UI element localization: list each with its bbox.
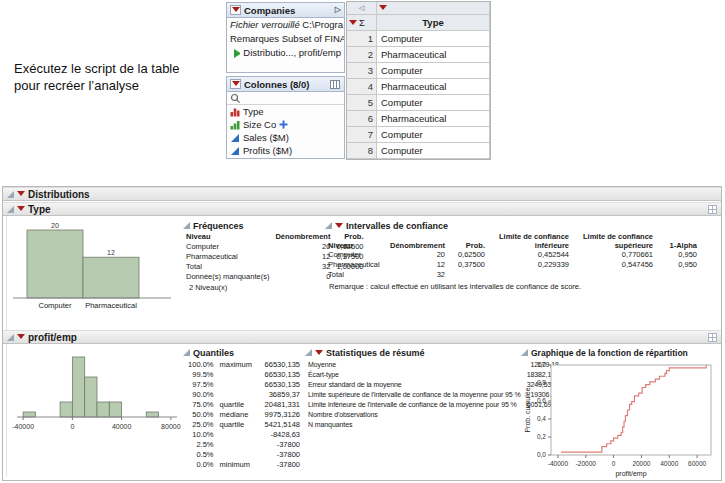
red-triangle-menu-icon[interactable] — [230, 79, 241, 89]
quantiles-title-row[interactable]: Quantiles — [183, 346, 303, 359]
red-triangle-glyph[interactable] — [379, 5, 387, 11]
histogram-bar[interactable] — [97, 402, 109, 417]
cdf-plot: 0,00,20,40,60,81,0-40000-200000200004000… — [521, 359, 719, 479]
table-cell: 0,37500 — [448, 260, 488, 270]
table-row[interactable]: 6Pharmaceutical — [347, 111, 490, 127]
cell-type[interactable]: Pharmaceutical — [377, 111, 490, 127]
row-number[interactable]: 7 — [347, 127, 377, 143]
histogram-bar[interactable] — [23, 412, 35, 417]
table-cell: médiane — [217, 410, 256, 420]
row-number[interactable]: 5 — [347, 95, 377, 111]
quantiles-title: Quantiles — [193, 348, 234, 358]
red-triangle-glyph[interactable] — [349, 20, 357, 26]
row-number[interactable]: 2 — [347, 47, 377, 63]
columns-panel-header[interactable]: Colonnes (8/0) — [227, 77, 344, 92]
column-list-item[interactable]: Sales ($M) — [227, 131, 344, 144]
cell-type[interactable]: Pharmaceutical — [377, 79, 490, 95]
locked-file-value: C:\Progra — [302, 19, 343, 30]
companies-panel-header[interactable]: Companies ▷ — [227, 3, 344, 18]
disclosure-icon[interactable] — [7, 334, 14, 341]
cell-type[interactable]: Computer — [377, 63, 490, 79]
table-cell: Écart-type — [305, 370, 524, 380]
distributions-title-band[interactable]: Distributions — [3, 187, 721, 201]
disclosure-icon[interactable] — [305, 349, 312, 356]
columns-view-icon[interactable] — [330, 80, 341, 89]
row-number[interactable]: 6 — [347, 111, 377, 127]
profit-section-band[interactable]: profit/emp — [3, 330, 721, 344]
search-icon[interactable] — [230, 93, 241, 104]
column-list-item[interactable]: Profits ($M) — [227, 144, 344, 157]
red-triangle-menu-icon[interactable] — [17, 206, 25, 212]
table-row: 75.0%quartile20481,331 — [183, 400, 303, 410]
disclosure-icon[interactable] — [7, 206, 14, 213]
table-cell: 66530,135 — [256, 380, 303, 390]
run-script-icon[interactable] — [234, 49, 240, 58]
table-row: Pharmaceutical120,375000,2293390,5474560… — [325, 260, 700, 270]
cdf-title-row[interactable]: Graphique de la fonction de répartition — [521, 346, 721, 359]
x-tick-label: -40000 — [12, 423, 34, 430]
panel-collapse-icon[interactable]: ▷ — [335, 6, 341, 14]
table-row: 2.5%-37800 — [183, 440, 303, 450]
frequencies-title-row[interactable]: Fréquences — [183, 219, 333, 232]
column-header: Prob. — [448, 233, 488, 250]
table-cell: 97.5% — [183, 380, 217, 390]
cell-type[interactable]: Computer — [377, 143, 490, 159]
histogram-bar[interactable] — [72, 357, 84, 417]
red-triangle-menu-icon[interactable] — [17, 334, 25, 340]
column-search-row[interactable] — [227, 92, 344, 105]
red-triangle-menu-icon[interactable] — [315, 350, 323, 356]
table-row[interactable]: 2Pharmaceutical — [347, 47, 490, 63]
cell-type[interactable]: Computer — [377, 31, 490, 47]
table-cell: 50.0% — [183, 410, 217, 420]
disclosure-icon[interactable] — [325, 222, 332, 229]
formula-plus-icon[interactable] — [279, 120, 288, 129]
profit-section-title: profit/emp — [28, 332, 77, 343]
table-cell: Pharmaceutical — [183, 252, 272, 262]
table-cell: 2.5% — [183, 440, 217, 450]
column-list-item[interactable]: Type — [227, 105, 344, 118]
grid-columns-menu-cell[interactable] — [377, 2, 490, 15]
script-label[interactable]: Distributio..., profit/emp — [243, 46, 341, 60]
histogram-bar[interactable] — [109, 402, 121, 417]
cell-type[interactable]: Computer — [377, 127, 490, 143]
row-number[interactable]: 1 — [347, 31, 377, 47]
red-triangle-menu-icon[interactable] — [335, 223, 343, 229]
x-tick-label: 20000 — [632, 460, 650, 467]
disclosure-icon[interactable] — [7, 191, 14, 198]
column-header-type[interactable]: Type — [377, 15, 490, 31]
table-row[interactable]: 4Pharmaceutical — [347, 79, 490, 95]
type-section-band[interactable]: Type — [3, 202, 721, 216]
cell-type[interactable]: Pharmaceutical — [377, 47, 490, 63]
histogram-bar[interactable] — [83, 257, 139, 298]
grip-icon[interactable] — [708, 205, 717, 214]
table-cell: 5421,5148 — [256, 420, 303, 430]
row-number[interactable]: 3 — [347, 63, 377, 79]
table-cell: -8428,63 — [256, 430, 303, 440]
red-triangle-menu-icon[interactable] — [17, 191, 25, 197]
type-section-title: Type — [28, 204, 51, 215]
table-row[interactable]: 3Computer — [347, 63, 490, 79]
table-row[interactable]: 7Computer — [347, 127, 490, 143]
summary-title-row[interactable]: Statistiques de résumé — [305, 346, 521, 359]
table-row[interactable]: 1Computer — [347, 31, 490, 47]
histogram-bar[interactable] — [27, 230, 83, 298]
sigma-icon[interactable]: Σ — [359, 17, 365, 28]
disclosure-icon[interactable] — [183, 349, 190, 356]
disclosure-icon[interactable] — [183, 222, 190, 229]
table-row[interactable]: 5Computer — [347, 95, 490, 111]
histogram-bar[interactable] — [85, 377, 97, 417]
row-number[interactable]: 8 — [347, 143, 377, 159]
table-script-row[interactable]: Distributio..., profit/emp — [227, 46, 344, 60]
grip-icon[interactable] — [708, 333, 717, 342]
table-row[interactable]: 8Computer — [347, 143, 490, 159]
histogram-bar[interactable] — [60, 402, 72, 417]
disclosure-icon[interactable] — [521, 349, 528, 356]
grid-rows-menu-cell[interactable]: Σ — [347, 15, 377, 31]
histogram-bar[interactable] — [146, 412, 158, 417]
confidence-title-row[interactable]: Intervalles de confiance — [325, 219, 709, 232]
column-list-item[interactable]: Size Co — [227, 118, 344, 131]
cell-type[interactable]: Computer — [377, 95, 490, 111]
red-triangle-menu-icon[interactable] — [230, 5, 241, 15]
row-number[interactable]: 4 — [347, 79, 377, 95]
grid-corner-selector[interactable]: ◁ — [347, 2, 377, 15]
